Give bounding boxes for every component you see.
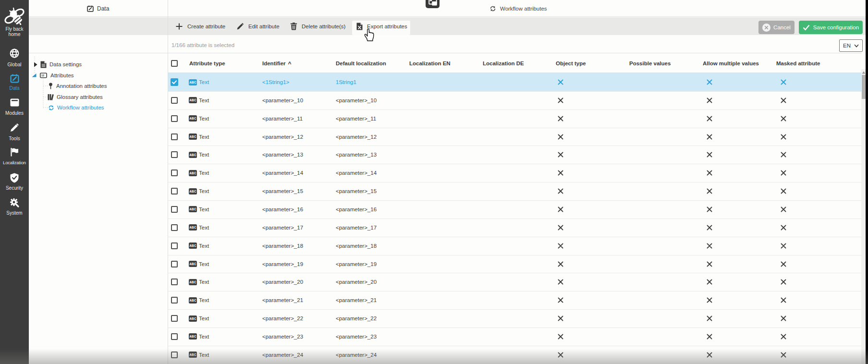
svg-text:12: 12 [41,74,44,77]
